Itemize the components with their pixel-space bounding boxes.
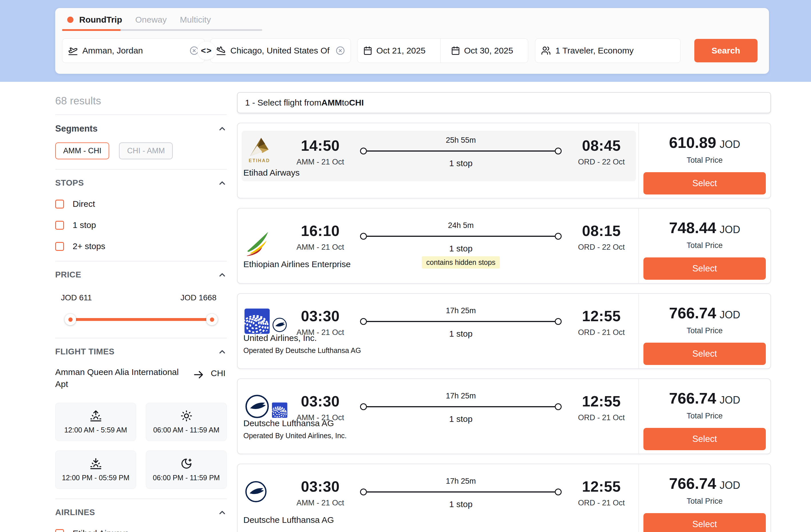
departure-block: 14:50 AMM - 21 Oct: [287, 137, 353, 166]
chevron-up-icon[interactable]: [218, 347, 227, 356]
price-box: 610.89 JOD Total Price Select: [638, 123, 770, 198]
stops-option-2plus-stops[interactable]: 2+ stops: [55, 241, 227, 251]
stops-option-1-stop[interactable]: 1 stop: [55, 220, 227, 230]
select-button[interactable]: Select: [643, 513, 766, 532]
arrival-block: 12:55 ORD - 21 Oct: [568, 393, 634, 422]
select-button[interactable]: Select: [643, 257, 766, 280]
airline-name: Ethiopian Airlines Enterprise: [243, 259, 351, 270]
depart-date-input[interactable]: Oct 21, 2025: [357, 39, 441, 63]
checkbox[interactable]: [55, 221, 64, 230]
operated-by: Operated By Deutsche Lufthansa AG: [243, 346, 361, 355]
results-count: 68 results: [55, 92, 227, 115]
segments-section: Segments AMM - CHI CHI - AMM: [55, 115, 227, 170]
price-title: PRICE: [55, 270, 81, 279]
calendar-icon: [451, 46, 460, 55]
etihad-airways-logo: [245, 137, 274, 165]
flight-card: 03:30 AMM - 21 Oct 17h 25m 1 stop 12:55 …: [237, 378, 771, 454]
operated-by: Operated By United Airlines, Inc.: [243, 431, 347, 440]
price-note: Total Price: [687, 241, 723, 250]
arrival-block: 12:55 ORD - 21 Oct: [568, 478, 634, 507]
ethiopian-airlines-logo: [245, 230, 272, 257]
sunset-icon: [90, 458, 102, 470]
price-slider[interactable]: [66, 314, 216, 325]
users-icon: [541, 46, 551, 56]
lufthansa-logo: [245, 393, 270, 420]
flight-card: 03:30 AMM - 21 Oct 17h 25m 1 stop 12:55 …: [237, 463, 771, 532]
plane-landing-icon: [216, 46, 226, 56]
departure-block: 03:30 AMM - 21 Oct: [287, 307, 353, 337]
chevron-up-icon[interactable]: [218, 508, 227, 517]
time-slot-evening[interactable]: 06:00 PM - 11:59 PM: [146, 451, 227, 489]
price-note: Total Price: [687, 326, 723, 335]
tab-roundtrip[interactable]: RoundTrip: [67, 15, 122, 25]
dates-field: Oct 21, 2025 Oct 30, 2025: [357, 38, 528, 63]
chevron-up-icon[interactable]: [218, 179, 227, 188]
flight-info[interactable]: 03:30 AMM - 21 Oct 17h 25m 1 stop 12:55 …: [238, 379, 638, 454]
filters-sidebar: 68 results Segments AMM - CHI CHI - AMM …: [55, 92, 227, 532]
step-header-from: AMM: [321, 98, 342, 108]
airlines-title: AIRLINES: [55, 508, 95, 517]
flight-times-section: FLIGHT TIMES Amman Queen Alia Internatio…: [55, 338, 227, 499]
travelers-input[interactable]: 1 Traveler, Economy: [535, 38, 680, 63]
airline-name: Deutsche Lufthansa AG Operated By United…: [243, 418, 347, 440]
flight-info[interactable]: 16:10 AMM - 21 Oct 24h 5m 1 stop contain…: [238, 209, 638, 283]
swap-button[interactable]: <>: [197, 42, 216, 60]
route-row: Amman Queen Alia International Apt CHI: [55, 366, 227, 390]
flight-info[interactable]: 03:30 AMM - 21 Oct 17h 25m 1 stop 12:55 …: [238, 464, 638, 532]
select-button[interactable]: Select: [643, 343, 766, 365]
clear-destination-icon[interactable]: [336, 46, 345, 55]
lufthansa-logo: [245, 480, 267, 503]
tab-underline: [62, 29, 262, 31]
plane-takeoff-icon: [68, 46, 78, 56]
checkbox[interactable]: [55, 529, 64, 532]
select-button[interactable]: Select: [643, 428, 766, 450]
currency: JOD: [720, 224, 740, 236]
price-box: 766.74 JOD Total Price Select: [638, 464, 770, 532]
timeline: 17h 25m 1 stop: [360, 392, 562, 424]
select-button[interactable]: Select: [643, 172, 766, 195]
united-airlines-logo: [272, 402, 287, 418]
timeline: 17h 25m 1 stop: [360, 306, 562, 339]
airline-name: United Airlines, Inc. Operated By Deutsc…: [243, 333, 361, 355]
airline-option-etihad[interactable]: Etihad Airways: [55, 529, 227, 532]
price-box: 748.44 JOD Total Price Select: [638, 209, 770, 283]
currency: JOD: [720, 309, 740, 321]
timeline: 17h 25m 1 stop: [360, 477, 562, 509]
tab-multicity[interactable]: Multicity: [180, 15, 211, 25]
chevron-up-icon[interactable]: [218, 124, 227, 133]
stops-section: STOPS Direct 1 stop 2+ stops: [55, 170, 227, 261]
time-slot-morning[interactable]: 06:00 AM - 11:59 AM: [146, 403, 227, 441]
flight-info[interactable]: 03:30 AMM - 21 Oct 17h 25m 1 stop 12:55 …: [238, 294, 638, 368]
destination-input[interactable]: Chicago, United States Of: [210, 38, 351, 63]
airline-name: Deutsche Lufthansa AG: [243, 515, 334, 525]
tab-oneway[interactable]: Oneway: [135, 15, 167, 25]
price-slider-track[interactable]: [66, 318, 216, 321]
segment-chip-chi-amm[interactable]: CHI - AMM: [119, 142, 173, 159]
checkbox[interactable]: [55, 200, 64, 209]
stops-option-direct[interactable]: Direct: [55, 199, 227, 209]
return-date-input[interactable]: Oct 30, 2025: [445, 39, 528, 63]
arrow-right-icon: [193, 368, 205, 381]
tab-roundtrip-label: RoundTrip: [79, 15, 122, 25]
flight-info[interactable]: 14:50 AMM - 21 Oct 25h 55m 1 stop 08:45 …: [238, 123, 638, 198]
search-button[interactable]: Search: [694, 39, 758, 62]
timeline: 25h 55m 1 stop: [360, 136, 562, 168]
arrival-block: 08:15 ORD - 22 Oct: [568, 222, 634, 252]
time-slot-afternoon[interactable]: 12:00 PM - 05:59 PM: [55, 451, 136, 489]
departure-block: 03:30 AMM - 21 Oct: [287, 393, 353, 422]
segment-chip-amm-chi[interactable]: AMM - CHI: [55, 142, 109, 159]
airlines-section: AIRLINES Etihad Airways: [55, 499, 227, 532]
header-band: RoundTrip Oneway Multicity Amman, Jordan: [0, 0, 811, 82]
checkbox[interactable]: [55, 242, 64, 251]
swap-icon: <>: [201, 46, 212, 56]
currency: JOD: [720, 138, 740, 150]
origin-input[interactable]: Amman, Jordan: [62, 38, 205, 63]
hidden-stops-badge: contains hidden stops: [422, 256, 500, 269]
time-slot-early-morning[interactable]: 12:00 AM - 5:59 AM: [55, 403, 136, 441]
total-price: 766.74: [669, 304, 716, 322]
price-slider-min-handle[interactable]: [65, 314, 76, 325]
chevron-up-icon[interactable]: [218, 270, 227, 279]
price-slider-max-handle[interactable]: [206, 314, 218, 325]
search-fields-row: Amman, Jordan <> Chicago, United States …: [67, 38, 758, 63]
total-price: 610.89: [669, 134, 716, 151]
